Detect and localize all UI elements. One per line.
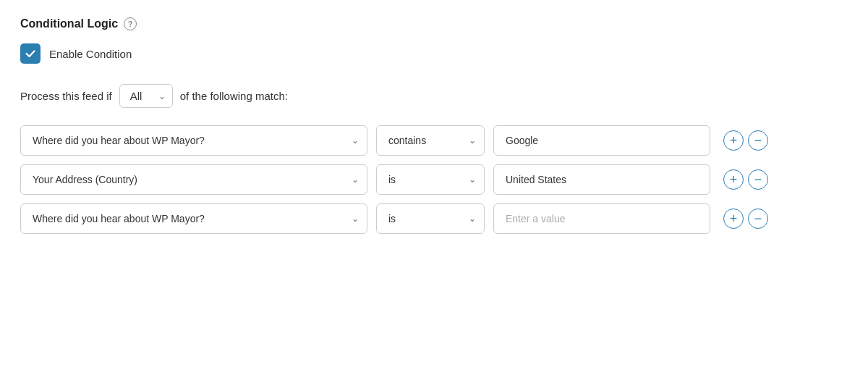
action-buttons-2: + −	[723, 209, 768, 229]
enable-condition-checkbox[interactable]	[20, 43, 41, 64]
table-row: Where did you hear about WP Mayor? ⌄ is …	[20, 203, 848, 234]
process-feed-suffix: of the following match:	[180, 90, 288, 102]
field-select-wrapper-1: Your Address (Country) ⌄	[20, 164, 367, 195]
table-row: Where did you hear about WP Mayor? ⌄ con…	[20, 125, 848, 156]
enable-condition-row: Enable Condition	[20, 43, 848, 64]
action-buttons-1: + −	[723, 169, 768, 190]
section-title-text: Conditional Logic	[20, 17, 118, 30]
value-field-wrapper-0	[493, 125, 710, 156]
add-condition-button-2[interactable]: +	[723, 209, 744, 229]
value-field-wrapper-2	[493, 203, 710, 234]
all-any-select[interactable]: All Any	[119, 84, 173, 108]
add-condition-button-0[interactable]: +	[723, 130, 744, 151]
section-title: Conditional Logic ?	[20, 17, 848, 30]
field-select-2[interactable]: Where did you hear about WP Mayor?	[20, 203, 367, 234]
operator-select-2[interactable]: is	[376, 203, 485, 234]
field-select-0[interactable]: Where did you hear about WP Mayor?	[20, 125, 367, 156]
all-any-select-wrapper: All Any ⌄	[119, 84, 173, 108]
enable-condition-label: Enable Condition	[49, 48, 132, 60]
help-icon[interactable]: ?	[124, 17, 137, 30]
checkmark-icon	[25, 48, 36, 59]
action-buttons-0: + −	[723, 130, 768, 151]
value-input-1[interactable]	[493, 164, 710, 195]
operator-select-0[interactable]: contains	[376, 125, 485, 156]
value-input-2[interactable]	[493, 203, 710, 234]
operator-select-1[interactable]: is	[376, 164, 485, 195]
field-select-wrapper-2: Where did you hear about WP Mayor? ⌄	[20, 203, 367, 234]
remove-condition-button-0[interactable]: −	[748, 130, 768, 151]
process-feed-row: Process this feed if All Any ⌄ of the fo…	[20, 84, 848, 108]
operator-select-wrapper-2: is ⌄	[376, 203, 485, 234]
value-field-wrapper-1	[493, 164, 710, 195]
operator-select-wrapper-1: is ⌄	[376, 164, 485, 195]
table-row: Your Address (Country) ⌄ is ⌄ + −	[20, 164, 848, 195]
conditions-table: Where did you hear about WP Mayor? ⌄ con…	[20, 125, 848, 234]
remove-condition-button-2[interactable]: −	[748, 209, 768, 229]
field-select-wrapper-0: Where did you hear about WP Mayor? ⌄	[20, 125, 367, 156]
operator-select-wrapper-0: contains ⌄	[376, 125, 485, 156]
remove-condition-button-1[interactable]: −	[748, 169, 768, 190]
value-input-0[interactable]	[493, 125, 710, 156]
add-condition-button-1[interactable]: +	[723, 169, 744, 190]
field-select-1[interactable]: Your Address (Country)	[20, 164, 367, 195]
process-feed-prefix: Process this feed if	[20, 90, 112, 102]
